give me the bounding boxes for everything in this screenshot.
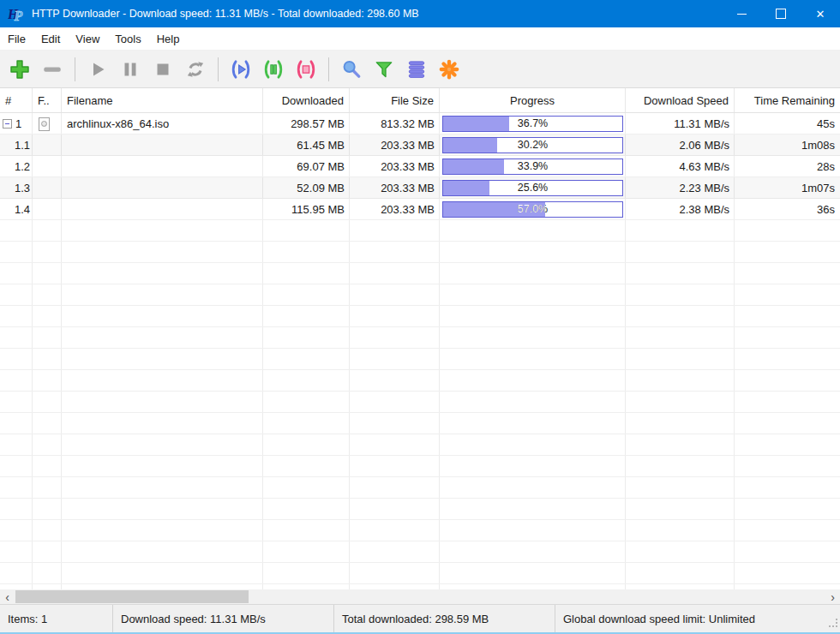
scroll-left-arrow-icon[interactable]: ‹ <box>0 589 15 604</box>
column-header-progress[interactable]: Progress <box>440 88 626 112</box>
column-header-filetype[interactable]: F.. <box>33 88 62 112</box>
downloaded-cell: 115.95 MB <box>263 199 350 220</box>
download-list[interactable]: 1 archlinux-x86_64.iso 298.57 MB 813.32 … <box>0 113 840 589</box>
menu-tools[interactable]: Tools <box>107 27 148 50</box>
table-header: # F.. Filename Downloaded File Size Prog… <box>0 88 840 113</box>
stop-queue-button[interactable] <box>291 55 321 84</box>
column-header-file-size[interactable]: File Size <box>350 88 440 112</box>
play-icon <box>87 59 108 80</box>
column-header-download-speed[interactable]: Download Speed <box>626 88 735 112</box>
status-total-downloaded: Total downloaded: 298.59 MB <box>334 605 555 632</box>
window-controls: ✕ <box>722 0 840 27</box>
menu-file[interactable]: File <box>0 27 33 50</box>
filename-cell <box>62 156 263 177</box>
file-size-cell: 203.33 MB <box>350 135 440 156</box>
progress-bar: 25.6% 25.6% <box>442 180 623 196</box>
download-speed-cell: 11.31 MB/s <box>626 113 735 135</box>
queue-list-icon <box>405 58 428 81</box>
toolbar-separator <box>218 57 219 81</box>
download-speed-cell: 2.38 MB/s <box>626 199 735 220</box>
progress-bar: 33.9% 33.9% <box>442 158 623 175</box>
bracket-pause-icon <box>262 58 285 81</box>
menu-view[interactable]: View <box>68 27 107 50</box>
stop-icon <box>153 59 173 80</box>
window-title: HTTP Downloader - Download speed: 11.31 … <box>32 8 722 20</box>
pause-download-button[interactable] <box>116 55 145 84</box>
menu-edit[interactable]: Edit <box>33 27 68 50</box>
downloaded-cell: 52.09 MB <box>263 177 350 199</box>
close-button[interactable]: ✕ <box>801 0 840 27</box>
time-remaining-cell: 45s <box>735 113 840 135</box>
file-icon <box>39 117 50 131</box>
filename-cell <box>62 199 263 220</box>
status-items-count: Items: 1 <box>0 605 113 632</box>
time-remaining-cell: 1m07s <box>735 177 840 199</box>
row-number: 1.4 <box>15 203 30 216</box>
file-size-cell: 813.32 MB <box>350 113 440 135</box>
downloaded-cell: 69.07 MB <box>263 156 350 177</box>
menu-help[interactable]: Help <box>149 27 188 50</box>
time-remaining-cell: 36s <box>735 199 840 220</box>
app-window: H P HTTP Downloader - Download speed: 11… <box>0 0 840 634</box>
status-speed-limit: Global download speed limit: Unlimited <box>555 605 840 632</box>
file-size-cell: 203.33 MB <box>350 156 440 177</box>
toolbar-separator <box>328 57 329 81</box>
file-size-cell: 203.33 MB <box>350 177 440 199</box>
search-button[interactable] <box>337 55 366 84</box>
collapse-toggle-icon[interactable] <box>3 119 12 129</box>
status-bar: Items: 1 Download speed: 11.31 MB/s Tota… <box>0 604 840 632</box>
settings-icon <box>438 58 460 81</box>
minimize-button[interactable] <box>722 0 761 27</box>
add-download-button[interactable] <box>5 55 34 84</box>
bracket-play-icon <box>230 58 252 81</box>
scroll-right-arrow-icon[interactable]: › <box>825 589 840 604</box>
time-remaining-cell: 1m08s <box>735 135 840 156</box>
minimize-icon <box>737 14 747 15</box>
column-header-time-remaining[interactable]: Time Remaining <box>735 88 840 112</box>
filter-button[interactable] <box>369 55 399 84</box>
progress-bar: 57.0% 57.0% <box>442 201 623 218</box>
filename-cell <box>62 135 263 156</box>
column-header-filename[interactable]: Filename <box>62 88 263 112</box>
menu-bar: File Edit View Tools Help <box>0 27 840 51</box>
queue-list-button[interactable] <box>402 55 431 84</box>
file-size-cell: 203.33 MB <box>350 199 440 220</box>
start-download-button[interactable] <box>83 55 112 84</box>
remove-download-button[interactable] <box>38 55 67 84</box>
table-row-part-1-3[interactable]: 1.3 52.09 MB 203.33 MB 25.6% 25.6% 2.23 … <box>0 177 840 199</box>
download-speed-cell: 2.23 MB/s <box>626 177 735 199</box>
title-bar[interactable]: H P HTTP Downloader - Download speed: 11… <box>0 0 840 27</box>
table-row-download-1[interactable]: 1 archlinux-x86_64.iso 298.57 MB 813.32 … <box>0 113 840 135</box>
bracket-stop-icon <box>295 58 317 81</box>
scrollbar-thumb[interactable] <box>15 590 249 603</box>
table-row-part-1-2[interactable]: 1.2 69.07 MB 203.33 MB 33.9% 33.9% 4.63 … <box>0 156 840 177</box>
resize-grip-icon[interactable] <box>829 618 838 631</box>
row-number: 1.2 <box>15 160 30 173</box>
pause-icon <box>120 59 141 80</box>
start-queue-button[interactable] <box>226 55 255 84</box>
pause-queue-button[interactable] <box>259 55 288 84</box>
plus-icon <box>9 58 31 81</box>
table-row-part-1-1[interactable]: 1.1 61.45 MB 203.33 MB 30.2% 30.2% 2.06 … <box>0 135 840 156</box>
toolbar-separator <box>75 57 75 81</box>
maximize-button[interactable] <box>761 0 801 27</box>
restart-icon <box>185 59 206 80</box>
row-number: 1 <box>15 117 21 130</box>
downloaded-cell: 298.57 MB <box>263 113 350 135</box>
horizontal-scrollbar[interactable]: ‹ › <box>0 589 840 604</box>
table-row-part-1-4[interactable]: 1.4 115.95 MB 203.33 MB 57.0% 57.0% 2.38… <box>0 199 840 220</box>
search-icon <box>340 58 363 81</box>
restart-download-button[interactable] <box>181 55 210 84</box>
column-header-number[interactable]: # <box>0 88 33 112</box>
stop-download-button[interactable] <box>148 55 177 84</box>
app-logo-icon: H P <box>8 5 25 22</box>
minus-icon <box>41 58 63 81</box>
row-number: 1.1 <box>15 139 30 152</box>
row-number: 1.3 <box>15 182 30 194</box>
maximize-icon <box>776 9 786 19</box>
column-header-downloaded[interactable]: Downloaded <box>263 88 350 112</box>
settings-button[interactable] <box>435 55 464 84</box>
svg-text:P: P <box>15 9 23 23</box>
close-icon: ✕ <box>816 9 825 20</box>
download-speed-cell: 4.63 MB/s <box>626 156 735 177</box>
